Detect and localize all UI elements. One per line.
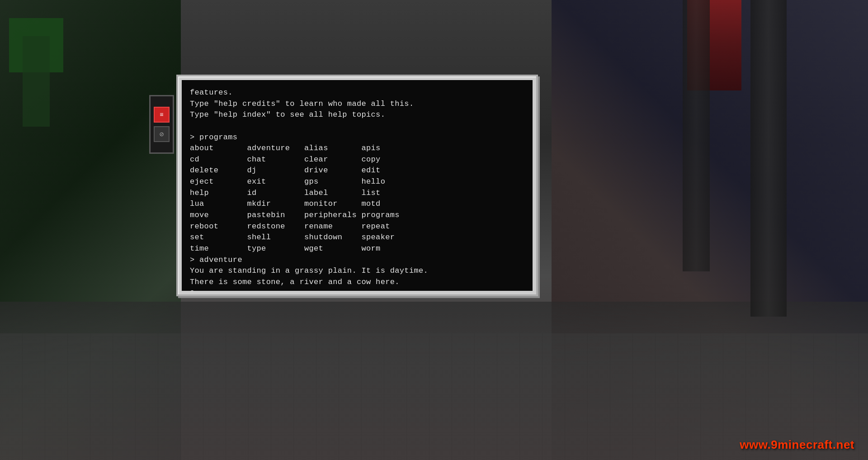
watermark-text: www.9minecraft.net [740,438,854,451]
pillar-right-2 [683,0,710,271]
left-ui-icon-2: ⊘ [154,126,170,142]
left-icon-symbol-2: ⊘ [160,130,164,139]
left-ui-icon-1: ≡ [154,107,170,123]
watermark: www.9minecraft.net [740,438,854,452]
terminal-window: features. Type "help credits" to learn w… [176,75,538,296]
ground-blocks [0,333,868,460]
tree-trunk-left [23,36,50,127]
left-icon-symbol-1: ≡ [160,111,163,119]
terminal-screen[interactable]: features. Type "help credits" to learn w… [182,80,533,291]
terminal-border: features. Type "help credits" to learn w… [176,75,538,296]
terminal-output: features. Type "help credits" to learn w… [190,87,524,291]
pillar-right-1 [750,0,787,317]
left-ui-panel: ≡ ⊘ [149,95,174,154]
